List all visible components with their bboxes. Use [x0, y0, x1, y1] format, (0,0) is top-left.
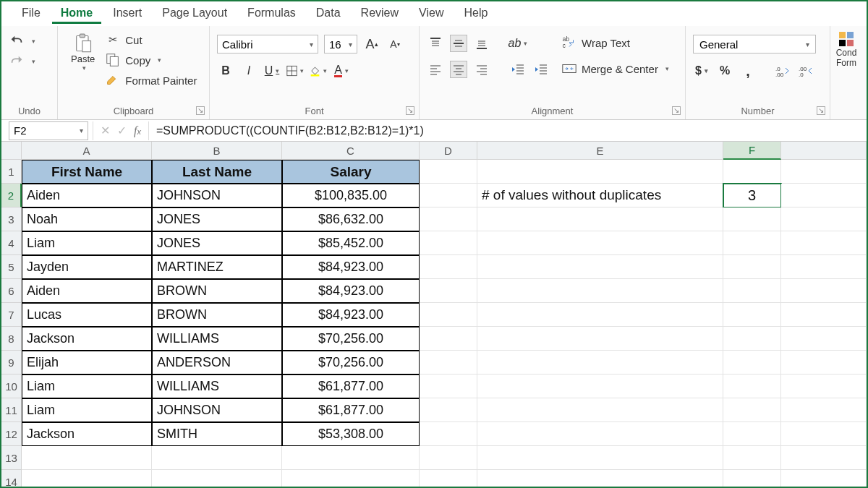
underline-button[interactable]: U — [263, 62, 281, 80]
cut-button[interactable]: ✂ Cut — [105, 32, 197, 48]
cell-B2[interactable]: JOHNSON — [152, 184, 282, 207]
enter-formula-button[interactable]: ✓ — [117, 124, 127, 137]
cell-D10[interactable] — [420, 374, 477, 398]
cell-F10[interactable] — [723, 374, 781, 398]
row-header-2[interactable]: 2 — [1, 184, 22, 207]
cell-G9[interactable] — [781, 351, 867, 374]
merge-center-button[interactable]: Merge & Center — [561, 61, 669, 77]
cancel-formula-button[interactable]: ✕ — [101, 124, 110, 137]
cell-C7[interactable]: $84,923.00 — [282, 303, 420, 327]
cell-G8[interactable] — [781, 327, 867, 351]
cell-C4[interactable]: $85,452.00 — [282, 231, 420, 255]
orientation-button[interactable]: ab — [509, 35, 527, 52]
number-launcher[interactable]: ↘ — [817, 106, 825, 115]
cell-B14[interactable] — [152, 470, 282, 488]
cell-F14[interactable] — [723, 470, 781, 488]
wrap-text-button[interactable]: abc Wrap Text — [561, 35, 669, 51]
cell-C6[interactable]: $84,923.00 — [282, 279, 420, 303]
clipboard-launcher[interactable]: ↘ — [196, 106, 205, 115]
cell-F2[interactable]: 3 — [723, 184, 781, 207]
number-format-select[interactable]: General▾ — [693, 35, 816, 53]
cell-E14[interactable] — [477, 470, 723, 488]
accounting-format-button[interactable]: $ — [693, 62, 710, 80]
font-color-button[interactable]: A — [333, 62, 350, 80]
cell-C3[interactable]: $86,632.00 — [282, 207, 420, 231]
cell-D8[interactable] — [420, 327, 477, 351]
row-header-13[interactable]: 13 — [1, 446, 22, 470]
cell-G11[interactable] — [781, 398, 867, 422]
cell-B4[interactable]: JONES — [152, 231, 282, 255]
cell-C12[interactable]: $53,308.00 — [282, 422, 420, 446]
shrink-font-button[interactable]: A▾ — [386, 35, 404, 53]
cell-B3[interactable]: JONES — [152, 207, 282, 231]
row-header-3[interactable]: 3 — [1, 207, 22, 231]
cell-G4[interactable] — [781, 231, 867, 255]
row-header-11[interactable]: 11 — [1, 398, 22, 422]
paste-button[interactable]: Paste — [65, 32, 101, 73]
cell-A1[interactable]: First Name — [22, 160, 152, 184]
align-left-button[interactable] — [427, 61, 444, 78]
bold-button[interactable]: B — [217, 62, 234, 80]
fill-color-button[interactable] — [310, 62, 327, 80]
cell-D2[interactable] — [420, 184, 477, 207]
cell-F4[interactable] — [723, 231, 781, 255]
font-launcher[interactable]: ↘ — [406, 106, 414, 115]
row-header-1[interactable]: 1 — [1, 160, 22, 184]
cell-E12[interactable] — [477, 422, 723, 446]
decrease-decimal-button[interactable]: .00.0 — [797, 62, 814, 80]
cell-A6[interactable]: Aiden — [22, 279, 152, 303]
cell-E4[interactable] — [477, 231, 723, 255]
tab-home[interactable]: Home — [52, 4, 101, 24]
cell-F13[interactable] — [723, 446, 781, 470]
borders-button[interactable] — [286, 62, 304, 80]
cell-E5[interactable] — [477, 255, 723, 279]
cell-E9[interactable] — [477, 351, 723, 374]
cell-E10[interactable] — [477, 374, 723, 398]
cell-F1[interactable] — [723, 160, 781, 184]
name-box[interactable]: F2▾ — [9, 121, 88, 140]
cell-G14[interactable] — [781, 470, 867, 488]
formula-input[interactable]: =SUMPRODUCT((COUNTIF(B2:B12,B2:B12)=1)*1… — [149, 124, 867, 137]
cell-E13[interactable] — [477, 446, 723, 470]
redo-button[interactable] — [9, 53, 35, 69]
cell-D14[interactable] — [420, 470, 477, 488]
cell-A11[interactable]: Liam — [22, 398, 152, 422]
cell-E7[interactable] — [477, 303, 723, 327]
tab-page-layout[interactable]: Page Layout — [153, 4, 236, 24]
cell-D12[interactable] — [420, 422, 477, 446]
cell-A2[interactable]: Aiden — [22, 184, 152, 207]
cell-D4[interactable] — [420, 231, 477, 255]
tab-data[interactable]: Data — [307, 4, 349, 24]
tab-insert[interactable]: Insert — [104, 4, 150, 24]
cell-E1[interactable] — [477, 160, 723, 184]
cell-B10[interactable]: WILLIAMS — [152, 374, 282, 398]
cell-F8[interactable] — [723, 327, 781, 351]
cell-F5[interactable] — [723, 255, 781, 279]
cell-G6[interactable] — [781, 279, 867, 303]
cell-B9[interactable]: ANDERSON — [152, 351, 282, 374]
tab-review[interactable]: Review — [352, 4, 407, 24]
align-right-button[interactable] — [473, 61, 490, 78]
row-header-4[interactable]: 4 — [1, 231, 22, 255]
row-header-8[interactable]: 8 — [1, 327, 22, 351]
cell-A7[interactable]: Lucas — [22, 303, 152, 327]
increase-decimal-button[interactable]: .0.00 — [774, 62, 791, 80]
row-header-5[interactable]: 5 — [1, 255, 22, 279]
cell-G5[interactable] — [781, 255, 867, 279]
cell-B7[interactable]: BROWN — [152, 303, 282, 327]
cell-D5[interactable] — [420, 255, 477, 279]
increase-indent-button[interactable] — [532, 61, 550, 78]
row-header-7[interactable]: 7 — [1, 303, 22, 327]
cell-D7[interactable] — [420, 303, 477, 327]
cell-E8[interactable] — [477, 327, 723, 351]
cell-A4[interactable]: Liam — [22, 231, 152, 255]
row-header-6[interactable]: 6 — [1, 279, 22, 303]
cell-G12[interactable] — [781, 422, 867, 446]
align-center-button[interactable] — [450, 61, 467, 78]
cell-F12[interactable] — [723, 422, 781, 446]
font-name-select[interactable]: Calibri▾ — [217, 35, 318, 53]
row-header-12[interactable]: 12 — [1, 422, 22, 446]
cell-B6[interactable]: BROWN — [152, 279, 282, 303]
font-size-select[interactable]: 16▾ — [324, 35, 357, 53]
cell-B1[interactable]: Last Name — [152, 160, 282, 184]
